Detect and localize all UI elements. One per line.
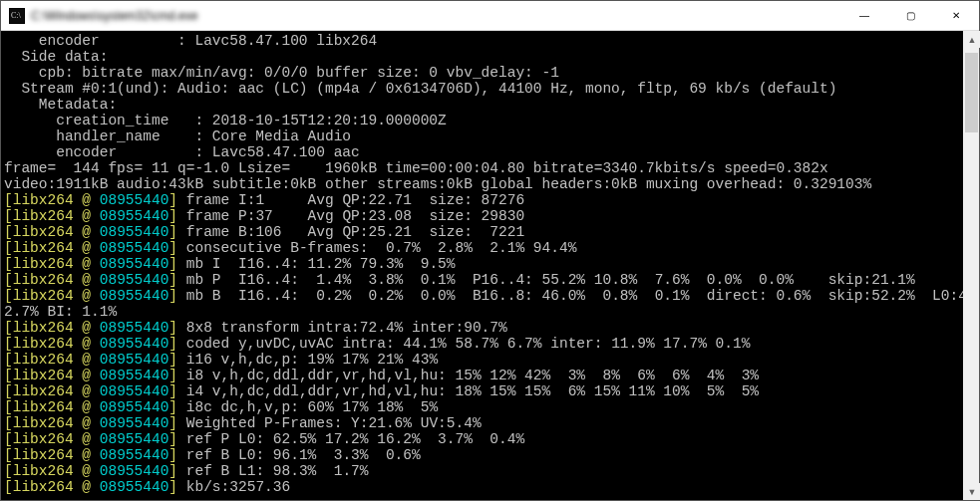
console-line: [libx264 @ 08955440] i8c dc,h,v,p: 60% 1… xyxy=(4,399,960,415)
console-line: video:1911kB audio:43kB subtitle:0kB oth… xyxy=(4,176,960,192)
console-line: [libx264 @ 08955440] consecutive B-frame… xyxy=(4,240,960,256)
console-line: encoder : Lavc58.47.100 libx264 xyxy=(4,33,960,49)
console-line: [libx264 @ 08955440] frame I:1 Avg QP:22… xyxy=(4,192,960,208)
minimize-button[interactable]: — xyxy=(841,1,887,31)
console-line: [libx264 @ 08955440] ref P L0: 62.5% 17.… xyxy=(4,431,960,447)
window-title: C:\Windows\system32\cmd.exe xyxy=(31,9,205,23)
console-line: frame= 144 fps= 11 q=-1.0 Lsize= 1960kB … xyxy=(4,160,960,176)
console-line: Metadata: xyxy=(4,97,960,113)
window-frame: C:\ C:\Windows\system32\cmd.exe — ▢ ✕ en… xyxy=(0,0,980,501)
console-line: creation_time : 2018-10-15T12:20:19.0000… xyxy=(4,113,960,128)
console-line: encoder : Lavc58.47.100 aac xyxy=(4,144,960,160)
console-line: [libx264 @ 08955440] i16 v,h,dc,p: 19% 1… xyxy=(4,352,960,368)
svg-text:C:\: C:\ xyxy=(11,11,22,20)
console-line: [libx264 @ 08955440] ref B L1: 98.3% 1.7… xyxy=(4,463,960,479)
console-line: [libx264 @ 08955440] mb B I16..4: 0.2% 0… xyxy=(4,288,960,304)
console-line: handler_name : Core Media Audio xyxy=(4,128,960,144)
console-line: Stream #0:1(und): Audio: aac (LC) (mp4a … xyxy=(4,81,960,97)
console-line: [libx264 @ 08955440] coded y,uvDC,uvAC i… xyxy=(4,336,960,352)
console-line: [libx264 @ 08955440] Weighted P-Frames: … xyxy=(4,415,960,431)
minimize-icon: — xyxy=(859,10,869,21)
console-line: 2.7% BI: 1.1% xyxy=(4,304,960,320)
cmd-icon: C:\ xyxy=(9,8,25,24)
maximize-icon: ▢ xyxy=(906,10,915,21)
console-line: [libx264 @ 08955440] mb P I16..4: 1.4% 3… xyxy=(4,272,960,288)
scroll-down-button[interactable]: ▼ xyxy=(963,483,980,500)
close-icon: ✕ xyxy=(952,10,960,21)
title-bar[interactable]: C:\ C:\Windows\system32\cmd.exe — ▢ ✕ xyxy=(1,1,979,31)
console-line: [libx264 @ 08955440] ref B L0: 96.1% 3.3… xyxy=(4,447,960,463)
console-line: [libx264 @ 08955440] frame B:106 Avg QP:… xyxy=(4,224,960,240)
console-line: [libx264 @ 08955440] i4 v,h,dc,ddl,ddr,v… xyxy=(4,383,960,399)
console-line: cpb: bitrate max/min/avg: 0/0/0 buffer s… xyxy=(4,65,960,81)
console-line: Side data: xyxy=(4,49,960,65)
maximize-button[interactable]: ▢ xyxy=(887,1,933,31)
client-area: encoder : Lavc58.47.100 libx264 Side dat… xyxy=(1,31,979,500)
console-line: [libx264 @ 08955440] frame P:37 Avg QP:2… xyxy=(4,208,960,224)
console-output[interactable]: encoder : Lavc58.47.100 libx264 Side dat… xyxy=(1,31,963,500)
scroll-up-button[interactable]: ▲ xyxy=(963,31,980,48)
console-line: [libx264 @ 08955440] kb/s:3257.36 xyxy=(4,479,960,495)
scroll-thumb[interactable] xyxy=(965,53,978,132)
close-button[interactable]: ✕ xyxy=(933,1,979,31)
vertical-scrollbar[interactable]: ▲ ▼ xyxy=(963,31,979,500)
console-line: [libx264 @ 08955440] i8 v,h,dc,ddl,ddr,v… xyxy=(4,368,960,383)
console-line: [libx264 @ 08955440] mb I I16..4: 11.2% … xyxy=(4,256,960,272)
console-line: [libx264 @ 08955440] 8x8 transform intra… xyxy=(4,320,960,336)
